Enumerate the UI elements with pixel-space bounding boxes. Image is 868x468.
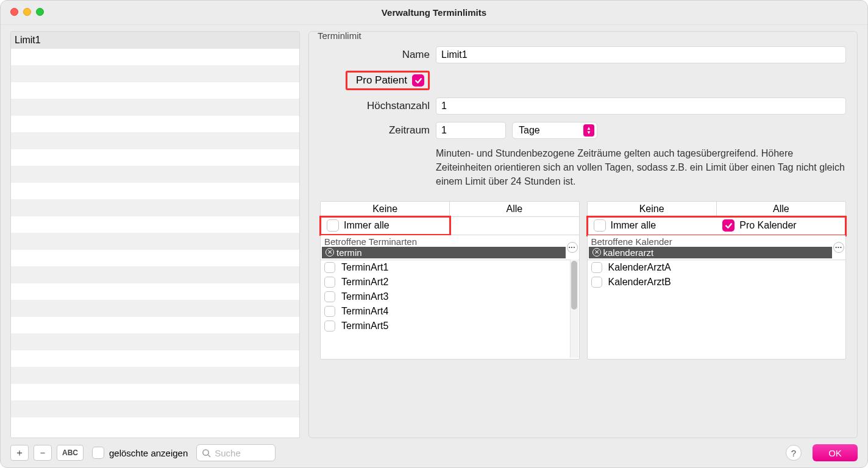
hoechstanzahl-field[interactable] — [436, 98, 846, 115]
kalender-list[interactable]: KalenderArztA KalenderArztB — [588, 260, 846, 359]
list-item[interactable]: TerminArt1 — [321, 260, 579, 275]
pro-patient-checkbox[interactable] — [412, 74, 424, 87]
content-area: Limit1 Terminlimit Name Pro Pa — [1, 25, 867, 438]
add-button[interactable]: ＋ — [10, 445, 29, 461]
zeitraum-unit-select[interactable]: Tage ▲▼ — [512, 122, 597, 139]
column-alle[interactable]: Alle — [450, 202, 578, 216]
zeitraum-info-text: Minuten- und Stundenbezogene Zeiträume g… — [436, 146, 846, 189]
item-checkbox[interactable] — [591, 277, 602, 288]
remove-button[interactable]: － — [34, 445, 52, 461]
titlebar: Verwaltung Terminlimits — [1, 1, 867, 25]
kalender-panel: Keine Alle Immer alle — [587, 201, 847, 360]
list-item[interactable]: KalenderArztB — [588, 275, 846, 289]
window-title: Verwaltung Terminlimits — [1, 7, 867, 18]
item-checkbox[interactable] — [324, 321, 335, 332]
minimize-window-button[interactable] — [23, 8, 31, 16]
name-field[interactable] — [436, 46, 846, 63]
zeitraum-unit-value: Tage — [519, 125, 540, 136]
column-alle[interactable]: Alle — [717, 202, 845, 216]
filter-chip[interactable]: ✕ kalenderarzt — [589, 247, 833, 258]
filter-text: kalenderarzt — [603, 247, 654, 258]
label-pro-patient: Pro Patient — [356, 74, 407, 87]
more-icon[interactable]: ••• — [833, 242, 844, 253]
svg-point-0 — [203, 449, 208, 455]
label-hoechstanzahl: Höchstanzahl — [320, 100, 430, 112]
clear-icon[interactable]: ✕ — [326, 248, 334, 257]
show-deleted-label: gelöschte anzeigen — [109, 448, 188, 458]
scrollbar-thumb[interactable] — [571, 261, 577, 310]
traffic-lights — [10, 8, 44, 16]
panel-header: Keine Alle — [321, 202, 579, 217]
search-input[interactable]: Suche — [196, 444, 276, 461]
pro-kalender-checkbox[interactable] — [722, 219, 735, 232]
list-item[interactable]: TerminArt3 — [321, 289, 579, 304]
list-item[interactable]: TerminArt2 — [321, 275, 579, 289]
bottom-toolbar: ＋ － ABC gelöschte anzeigen Suche ? OK — [1, 438, 867, 467]
maximize-window-button[interactable] — [36, 8, 44, 16]
terminarten-list[interactable]: TerminArt1 TerminArt2 TerminArt3 TerminA… — [321, 260, 579, 359]
window: Verwaltung Terminlimits Limit1 Terminlim… — [0, 0, 868, 468]
immer-alle-highlight: Immer alle — [321, 217, 450, 235]
kalender-opts-highlight: Immer alle Pro Kalender — [588, 217, 846, 235]
label-name: Name — [320, 49, 430, 61]
list-item[interactable]: Limit1 — [11, 32, 299, 49]
zeitraum-value-field[interactable] — [436, 122, 506, 139]
column-keine[interactable]: Keine — [321, 202, 450, 216]
item-checkbox[interactable] — [324, 306, 335, 317]
label-zeitraum: Zeitraum — [320, 124, 430, 136]
filter-text: termin — [336, 247, 362, 258]
item-checkbox[interactable] — [324, 277, 335, 288]
search-icon — [202, 448, 211, 458]
pro-patient-highlight: Pro Patient — [346, 71, 430, 90]
filter-caption: Betroffene Kalender — [589, 236, 672, 247]
panel-header: Keine Alle — [588, 202, 846, 217]
svg-line-1 — [208, 455, 211, 457]
immer-alle-label: Immer alle — [611, 220, 656, 231]
immer-alle-checkbox[interactable] — [594, 219, 606, 232]
list-item[interactable]: TerminArt4 — [321, 304, 579, 319]
list-item[interactable] — [11, 49, 299, 66]
search-placeholder: Suche — [215, 448, 241, 458]
item-checkbox[interactable] — [591, 262, 602, 273]
detail-area: Terminlimit Name Pro Patient — [300, 25, 867, 438]
check-icon — [725, 222, 733, 230]
item-checkbox[interactable] — [324, 291, 335, 302]
item-checkbox[interactable] — [324, 262, 335, 273]
list-item[interactable]: KalenderArztA — [588, 260, 846, 275]
panel-row: Keine Alle Immer alle Bet — [320, 201, 846, 360]
filter-chip[interactable]: ✕ termin — [322, 247, 566, 258]
close-window-button[interactable] — [10, 8, 18, 16]
immer-alle-label: Immer alle — [344, 220, 390, 231]
show-deleted-checkbox[interactable] — [92, 447, 104, 459]
filter-caption: Betroffene Terminarten — [322, 236, 417, 247]
help-button[interactable]: ? — [786, 445, 802, 461]
abc-button[interactable]: ABC — [57, 445, 84, 461]
group-title: Terminlimit — [315, 30, 364, 41]
pro-kalender-label: Pro Kalender — [739, 220, 796, 231]
clear-icon[interactable]: ✕ — [592, 248, 601, 257]
check-icon — [414, 77, 422, 85]
updown-icon: ▲▼ — [583, 124, 594, 136]
show-deleted-option[interactable]: gelöschte anzeigen — [92, 447, 188, 459]
column-keine[interactable]: Keine — [588, 202, 717, 216]
terminlimit-group: Terminlimit Name Pro Patient — [308, 31, 858, 438]
ok-button[interactable]: OK — [813, 444, 858, 461]
immer-alle-checkbox[interactable] — [327, 219, 339, 232]
more-icon[interactable]: ••• — [567, 242, 578, 253]
terminarten-panel: Keine Alle Immer alle Bet — [320, 201, 580, 360]
limits-list[interactable]: Limit1 — [10, 31, 300, 438]
scrollbar[interactable] — [570, 260, 578, 358]
list-item[interactable]: TerminArt5 — [321, 319, 579, 333]
